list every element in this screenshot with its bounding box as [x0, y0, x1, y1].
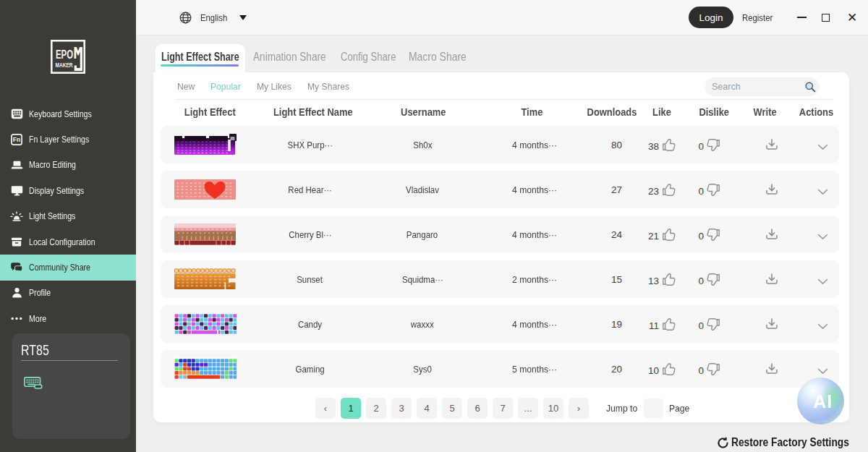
- svg-text:MAKER: MAKER: [56, 61, 73, 69]
- svg-text:Fn: Fn: [13, 136, 20, 143]
- svg-text:EPO: EPO: [56, 48, 73, 61]
